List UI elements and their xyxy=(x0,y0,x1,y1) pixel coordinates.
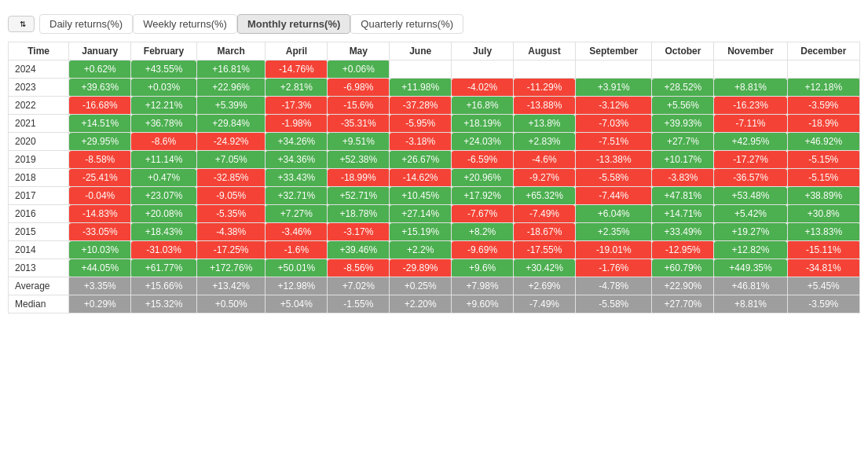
return-cell: -17.25% xyxy=(196,241,266,259)
return-cell: -5.95% xyxy=(390,115,452,133)
tab-monthly-returns---[interactable]: Monthly returns(%) xyxy=(237,14,350,34)
return-cell: +61.77% xyxy=(131,259,197,277)
average-cell: +22.90% xyxy=(652,277,714,295)
return-cell xyxy=(452,60,514,79)
year-cell: 2018 xyxy=(9,169,69,187)
return-cell: +26.67% xyxy=(390,151,452,169)
year-cell: 2015 xyxy=(9,223,69,241)
return-cell: -5.58% xyxy=(575,169,652,187)
return-cell: +2.2% xyxy=(390,241,452,259)
return-cell xyxy=(652,60,714,79)
return-cell: -8.6% xyxy=(131,133,197,151)
return-cell: -31.03% xyxy=(131,241,197,259)
return-cell: -15.6% xyxy=(328,97,390,115)
average-cell: +2.69% xyxy=(514,277,576,295)
asset-selector[interactable]: ⇅ xyxy=(8,16,35,32)
return-cell: -11.29% xyxy=(514,79,576,97)
return-cell: +30.42% xyxy=(514,259,576,277)
tab-daily-returns---[interactable]: Daily returns(%) xyxy=(39,14,133,34)
return-cell: +34.26% xyxy=(266,133,328,151)
return-cell: +8.2% xyxy=(452,223,514,241)
average-cell: +12.98% xyxy=(266,277,328,295)
return-cell: +60.79% xyxy=(652,259,714,277)
return-cell: -37.28% xyxy=(390,97,452,115)
return-cell: +3.91% xyxy=(575,79,652,97)
return-cell: +18.19% xyxy=(452,115,514,133)
return-cell: +24.03% xyxy=(452,133,514,151)
average-cell: +5.45% xyxy=(787,277,859,295)
return-cell: -3.18% xyxy=(390,133,452,151)
col-header-august: August xyxy=(514,42,576,60)
return-cell: -5.15% xyxy=(787,151,859,169)
average-row: Average+3.35%+15.66%+13.42%+12.98%+7.02%… xyxy=(9,277,860,295)
return-cell: +28.52% xyxy=(652,79,714,97)
return-cell: -3.17% xyxy=(328,223,390,241)
return-cell xyxy=(714,60,787,79)
toolbar: ⇅ Daily returns(%)Weekly returns(%)Month… xyxy=(8,14,860,34)
return-cell: +9.6% xyxy=(452,259,514,277)
median-cell: -3.59% xyxy=(787,295,859,314)
return-cell: -14.83% xyxy=(69,205,131,223)
return-cell: -9.27% xyxy=(514,169,576,187)
return-cell: +39.93% xyxy=(652,115,714,133)
return-cell: -7.03% xyxy=(575,115,652,133)
tab-weekly-returns---[interactable]: Weekly returns(%) xyxy=(133,14,237,34)
table-row: 2016-14.83%+20.08%-5.35%+7.27%+18.78%+27… xyxy=(9,205,860,223)
return-cell: +0.06% xyxy=(328,60,390,79)
average-cell: -4.78% xyxy=(575,277,652,295)
return-cell: +14.71% xyxy=(652,205,714,223)
return-cell: -1.76% xyxy=(575,259,652,277)
table-row: 2013+44.05%+61.77%+172.76%+50.01%-8.56%-… xyxy=(9,259,860,277)
median-cell: +9.60% xyxy=(452,295,514,314)
return-cell: +39.46% xyxy=(328,241,390,259)
return-cell: +65.32% xyxy=(514,187,576,205)
col-header-june: June xyxy=(390,42,452,60)
return-cell: -7.51% xyxy=(575,133,652,151)
col-header-september: September xyxy=(575,42,652,60)
median-row: Median+0.29%+15.32%+0.50%+5.04%-1.55%+2.… xyxy=(9,295,860,314)
return-cell: -9.69% xyxy=(452,241,514,259)
return-cell: -4.38% xyxy=(196,223,266,241)
return-cell: +43.55% xyxy=(131,60,197,79)
return-cell: +15.19% xyxy=(390,223,452,241)
return-cell: +14.51% xyxy=(69,115,131,133)
median-cell: +0.29% xyxy=(69,295,131,314)
return-cell: +50.01% xyxy=(266,259,328,277)
return-cell xyxy=(787,60,859,79)
return-cell: -16.68% xyxy=(69,97,131,115)
return-cell: +32.71% xyxy=(266,187,328,205)
return-cell: +449.35% xyxy=(714,259,787,277)
return-cell: -3.83% xyxy=(652,169,714,187)
return-cell xyxy=(514,60,576,79)
return-cell: +52.38% xyxy=(328,151,390,169)
return-cell: +29.95% xyxy=(69,133,131,151)
return-cell: +20.08% xyxy=(131,205,197,223)
median-cell: +27.70% xyxy=(652,295,714,314)
return-cell: -32.85% xyxy=(196,169,266,187)
return-cell: +33.49% xyxy=(652,223,714,241)
return-cell: +16.8% xyxy=(452,97,514,115)
return-cell: -5.15% xyxy=(787,169,859,187)
return-cell: -36.57% xyxy=(714,169,787,187)
return-cell: -7.44% xyxy=(575,187,652,205)
return-cell xyxy=(390,60,452,79)
tab-quarterly-returns---[interactable]: Quarterly returns(%) xyxy=(350,14,463,34)
return-cell: +5.56% xyxy=(652,97,714,115)
return-cell: +53.48% xyxy=(714,187,787,205)
return-cell: -12.95% xyxy=(652,241,714,259)
col-header-time: Time xyxy=(9,42,69,60)
return-cell: -7.11% xyxy=(714,115,787,133)
return-cell: +44.05% xyxy=(69,259,131,277)
col-header-january: January xyxy=(69,42,131,60)
median-cell: +15.32% xyxy=(131,295,197,314)
col-header-may: May xyxy=(328,42,390,60)
return-cell: -35.31% xyxy=(328,115,390,133)
return-cell: +18.43% xyxy=(131,223,197,241)
return-cell: +13.8% xyxy=(514,115,576,133)
median-cell: +5.04% xyxy=(266,295,328,314)
return-cell: -4.6% xyxy=(514,151,576,169)
return-cell: -17.55% xyxy=(514,241,576,259)
return-cell: -34.81% xyxy=(787,259,859,277)
col-header-february: February xyxy=(131,42,197,60)
return-cell: -18.99% xyxy=(328,169,390,187)
